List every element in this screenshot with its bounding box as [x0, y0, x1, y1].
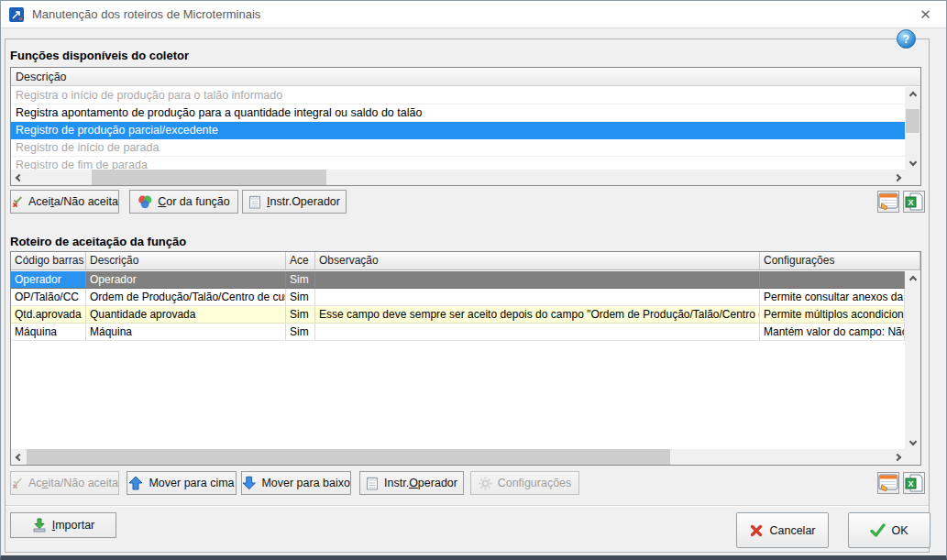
function-color-button[interactable]: Cor da função: [129, 190, 238, 214]
functions-list: Descrição Registra o início de produção …: [10, 67, 921, 186]
scrollbar-corner: [905, 449, 920, 465]
svg-text:X: X: [908, 198, 913, 207]
grid-row[interactable]: Máquina Máquina Sim Mantém valor do camp…: [11, 324, 905, 341]
close-icon[interactable]: ✕: [905, 1, 946, 28]
column-header-ace[interactable]: Ace: [286, 252, 315, 269]
functions-section-label: Funções disponíveis do coletor: [10, 49, 189, 62]
report-icon: [878, 474, 898, 492]
scroll-down-icon[interactable]: [905, 434, 920, 449]
cell-descricao[interactable]: Operador: [86, 271, 286, 289]
scroll-right-icon[interactable]: [889, 449, 905, 465]
function-row[interactable]: Registra o início de produção para o tal…: [11, 87, 905, 104]
cell-observacao[interactable]: [315, 271, 760, 289]
column-header-descricao[interactable]: Descrição: [11, 68, 920, 86]
excel-export-button[interactable]: X: [903, 472, 925, 494]
functions-list-rows: Registra o início de produção para o tal…: [11, 87, 905, 170]
column-header-observacao[interactable]: Observação: [315, 252, 760, 269]
app-icon: [9, 7, 24, 22]
cell-codigo[interactable]: Máquina: [11, 324, 86, 341]
notepad-icon: [248, 194, 261, 209]
cell-observacao[interactable]: [315, 289, 760, 306]
notepad-icon: [366, 476, 379, 490]
scroll-up-icon[interactable]: [905, 87, 920, 103]
ok-check-icon: [870, 523, 886, 537]
report-button[interactable]: [877, 191, 899, 213]
horizontal-scrollbar[interactable]: [11, 170, 905, 185]
cell-ace[interactable]: Sim: [286, 289, 315, 306]
color-circles-icon: [138, 194, 152, 209]
ok-button[interactable]: OK: [848, 512, 930, 548]
report-icon: [878, 192, 898, 211]
scroll-up-icon[interactable]: [905, 271, 920, 287]
titlebar: Manutenção dos roteiros de Microterminai…: [1, 1, 946, 28]
cell-codigo[interactable]: OP/Talão/CC: [11, 289, 86, 306]
grid-row-highlighted[interactable]: Qtd.aprovada Quantidade aprovada Sim Ess…: [11, 306, 905, 324]
cell-ace[interactable]: Sim: [286, 324, 315, 341]
cell-observacao[interactable]: Esse campo deve sempre ser aceito depois…: [315, 306, 760, 324]
cell-ace[interactable]: Sim: [286, 271, 315, 289]
import-icon: [32, 518, 47, 533]
window-title: Manutenção dos roteiros de Microterminai…: [32, 7, 260, 21]
scroll-left-icon[interactable]: [11, 170, 27, 185]
scroll-right-icon[interactable]: [889, 170, 905, 185]
report-button[interactable]: [877, 472, 899, 494]
excel-export-button[interactable]: X: [903, 191, 925, 213]
excel-icon: X: [905, 474, 923, 492]
routing-grid: Código barras Descrição Ace Observação C…: [10, 251, 921, 466]
help-glyph: ?: [903, 33, 909, 46]
cell-ace[interactable]: Sim: [286, 306, 315, 324]
function-row[interactable]: Registra apontamento de produção para a …: [11, 104, 905, 122]
grid-header: Código barras Descrição Ace Observação C…: [11, 252, 920, 270]
column-header-descricao[interactable]: Descrição: [86, 252, 286, 269]
vertical-scrollbar[interactable]: [905, 87, 920, 170]
cell-codigo[interactable]: Qtd.aprovada: [11, 306, 86, 324]
settings-button-disabled: Configurações: [470, 471, 579, 495]
vertical-scrollbar[interactable]: [905, 271, 920, 449]
cell-configuracoes[interactable]: Permite múltiplos acondicionament: [760, 306, 905, 324]
cell-descricao[interactable]: Ordem de Produção/Talão/Centro de custo: [86, 289, 286, 306]
check-x-icon: [11, 476, 23, 490]
scroll-left-icon[interactable]: [11, 449, 27, 465]
operator-instructions-button[interactable]: Instr.Operador: [359, 471, 464, 495]
move-up-button[interactable]: Mover para cima: [127, 471, 237, 495]
cell-configuracoes[interactable]: Permite consultar anexos da Form: [760, 289, 905, 306]
cell-configuracoes[interactable]: [760, 271, 905, 289]
cell-observacao[interactable]: [315, 324, 760, 341]
gear-icon: [479, 477, 492, 490]
excel-icon: X: [905, 192, 923, 211]
grid-rows: Operador Operador Sim OP/Talão/CC Ordem …: [11, 271, 905, 449]
horizontal-scrollbar[interactable]: [11, 449, 905, 465]
scrollbar-thumb[interactable]: [92, 170, 326, 185]
cell-descricao[interactable]: Máquina: [86, 324, 286, 341]
arrow-down-icon: [242, 476, 256, 490]
check-x-icon: [11, 194, 23, 209]
cancel-button[interactable]: Cancelar: [736, 512, 829, 548]
function-row[interactable]: Registro de início de parada: [11, 139, 905, 157]
function-row[interactable]: Registro de fim de parada: [11, 157, 905, 170]
operator-instructions-button[interactable]: Instr.Operador: [242, 190, 347, 214]
svg-text:X: X: [908, 479, 913, 489]
routing-section-label: Roteiro de aceitação da função: [10, 235, 186, 248]
divider: [6, 505, 929, 507]
arrow-up-icon: [128, 476, 143, 490]
function-row-selected[interactable]: Registro de produção parcial/excedente: [11, 122, 905, 139]
grid-row-selected[interactable]: Operador Operador Sim: [11, 271, 905, 289]
scrollbar-corner: [905, 170, 920, 185]
cell-codigo[interactable]: Operador: [11, 271, 86, 289]
move-down-button[interactable]: Mover para baixo: [241, 471, 351, 495]
column-header-configuracoes[interactable]: Configurações: [760, 252, 920, 269]
column-header-codigo-barras[interactable]: Código barras: [11, 252, 86, 269]
scrollbar-thumb[interactable]: [27, 449, 670, 465]
cancel-x-icon: [749, 523, 764, 538]
scroll-down-icon[interactable]: [905, 154, 920, 170]
window: Manutenção dos roteiros de Microterminai…: [0, 0, 947, 560]
grid-row[interactable]: OP/Talão/CC Ordem de Produção/Talão/Cent…: [11, 289, 905, 306]
cell-configuracoes[interactable]: Mantém valor do campo: Não: [760, 324, 905, 341]
accept-toggle-button-disabled: Aceita/Não aceita: [10, 471, 119, 495]
cell-descricao[interactable]: Quantidade aprovada: [86, 306, 286, 324]
scrollbar-thumb[interactable]: [906, 109, 919, 133]
import-button[interactable]: Importar: [10, 512, 116, 538]
accept-toggle-button[interactable]: Aceita/Não aceita: [10, 190, 119, 214]
help-icon[interactable]: ?: [897, 29, 916, 49]
